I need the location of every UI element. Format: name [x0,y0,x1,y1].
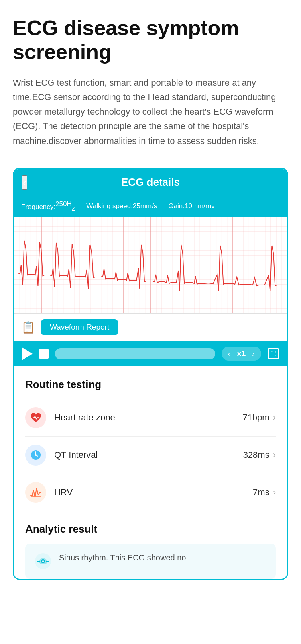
analytic-card: Sinus rhythm. This ECG showed no [25,544,276,579]
hrv-row[interactable]: HRV 7ms › [25,474,276,511]
routine-section: Routine testing Heart rate zone 71bpm › [14,366,287,511]
qt-interval-chevron: › [273,450,276,460]
heart-rate-chevron: › [273,412,276,423]
stop-button[interactable] [39,349,49,359]
page-wrapper: ECG disease symptom screening Wrist ECG … [0,0,301,596]
play-icon [22,347,33,360]
speed-label: x1 [235,349,247,358]
hrv-chevron: › [273,487,276,498]
ecg-header-title: ECG details [121,176,180,189]
back-button[interactable]: ‹ [22,175,27,190]
ecg-report-bar: 📋 Waveform Report [14,313,287,341]
page-description: Wrist ECG test function, smart and porta… [13,76,288,148]
qt-interval-label: QT Interval [54,450,243,460]
fullscreen-button[interactable]: ⛶ [268,348,279,359]
ecg-freq-bar: Frequency:250HZ Walking speed:25mm/s Gai… [14,196,287,217]
frequency-label: Frequency:250HZ [21,200,75,212]
ecg-header: ‹ ECG details [14,169,287,196]
svg-rect-1 [14,217,287,313]
ecg-waveform-area: 📋 Waveform Report [14,217,287,341]
gain-label: Gain:10mm/mv [168,202,214,210]
speed-decrease-button[interactable]: ‹ [227,349,232,358]
routine-section-title: Routine testing [25,378,276,391]
heart-rate-row[interactable]: Heart rate zone 71bpm › [25,399,276,436]
waveform-report-button[interactable]: Waveform Report [41,319,118,335]
svg-point-9 [42,560,44,562]
page-title: ECG disease symptom screening [13,16,288,64]
analytic-result-icon [33,552,53,571]
speed-control: ‹ x1 › [222,347,261,361]
qt-interval-value: 328ms [243,450,270,460]
analytic-section: Analytic result Sinus rhythm. This ECG s [14,511,287,579]
stop-icon [39,349,49,359]
analytic-result-text: Sinus rhythm. This ECG showed no [59,552,186,564]
analytic-section-title: Analytic result [25,523,276,535]
walking-speed-label: Walking speed:25mm/s [86,202,157,210]
speed-increase-button[interactable]: › [251,349,256,358]
svg-point-5 [35,454,37,456]
hrv-value: 7ms [253,487,270,498]
qt-interval-row[interactable]: QT Interval 328ms › [25,436,276,474]
heart-rate-value: 71bpm [242,412,269,423]
hrv-label: HRV [54,487,253,498]
play-button[interactable] [22,347,33,360]
fullscreen-icon: ⛶ [268,348,279,359]
ecg-card: ‹ ECG details Frequency:250HZ Walking sp… [13,168,288,580]
ecg-controls: ‹ x1 › ⛶ [14,341,287,366]
qt-interval-icon [25,445,46,466]
heart-rate-label: Heart rate zone [54,412,242,423]
report-list-icon: 📋 [21,321,35,334]
heart-rate-icon [25,407,46,428]
hrv-icon [25,482,46,503]
ecg-grid-svg [14,217,287,313]
ecg-grid-container [14,217,287,313]
progress-bar[interactable] [55,348,215,359]
